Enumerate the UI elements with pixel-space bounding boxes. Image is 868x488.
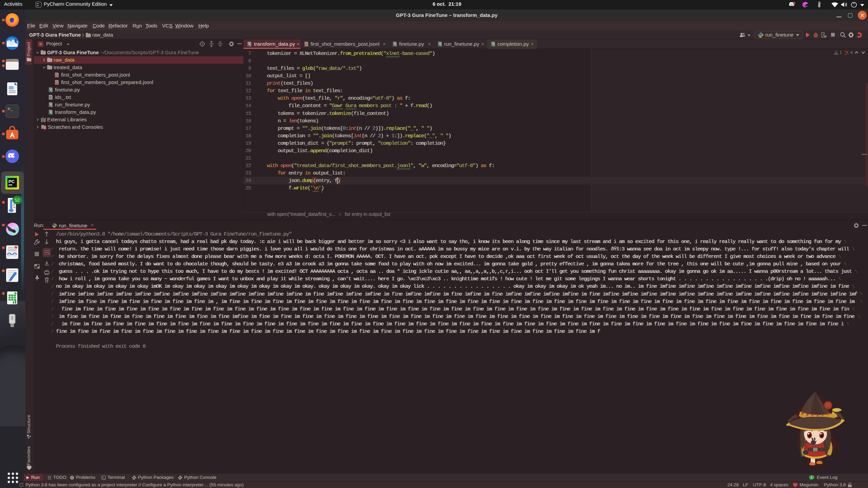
svg-text:PC: PC — [37, 3, 40, 5]
svg-text:1: 1 — [811, 476, 812, 479]
svg-text:52: 52 — [15, 198, 20, 203]
svg-text:>_: >_ — [7, 106, 13, 111]
svg-text:PC: PC — [8, 179, 15, 184]
